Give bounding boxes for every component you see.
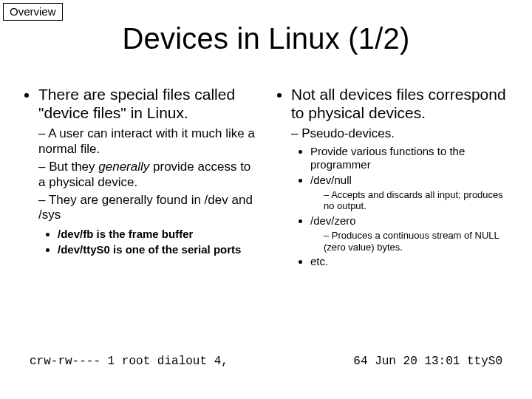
left-ex-1: /dev/fb is the frame buffer xyxy=(58,228,257,241)
ls-left: crw-rw---- 1 root dialout 4, xyxy=(30,355,228,368)
left-sub-1: A user can interact with it much like a … xyxy=(38,126,257,157)
left-sub-3: They are generally found in /dev and /sy… xyxy=(38,193,257,223)
content-columns: There are special files called "device f… xyxy=(22,85,510,270)
right-column: Not all devices files correspond to phys… xyxy=(275,85,510,270)
section-tag: Overview xyxy=(3,3,63,21)
pseudo-item-1: /dev/null Accepts and discards all input… xyxy=(310,174,510,212)
ls-right: 64 Jun 20 13:01 ttyS0 xyxy=(353,355,502,368)
pseudo-head-2: /dev/zero xyxy=(310,214,356,227)
pseudo-item-2: /dev/zero Produces a continuous stream o… xyxy=(310,214,510,253)
pseudo-item-3: etc. xyxy=(310,255,510,268)
slide-title: Devices in Linux (1/2) xyxy=(0,22,532,55)
pseudo-head-1: /dev/null xyxy=(310,174,352,186)
left-ex-2: /dev/ttyS0 is one of the serial ports xyxy=(58,243,257,256)
pseudo-child-1-0: Accepts and discards all input; produces… xyxy=(324,189,510,212)
pseudo-child-2-0: Produces a continuous stream of NULL (ze… xyxy=(324,230,510,253)
right-main-point: Not all devices files correspond to phys… xyxy=(291,85,510,122)
left-column: There are special files called "device f… xyxy=(22,85,257,270)
pseudo-item-0: Provide various functions to the program… xyxy=(310,145,510,171)
right-sub-pseudo: Pseudo-devices. xyxy=(291,126,510,141)
ls-output-line: crw-rw---- 1 root dialout 4, 64 Jun 20 1… xyxy=(30,355,502,368)
left-sub-2: But they generally provide access to a p… xyxy=(38,160,257,190)
left-main-point: There are special files called "device f… xyxy=(38,85,257,122)
slide: Overview Devices in Linux (1/2) There ar… xyxy=(0,0,532,399)
